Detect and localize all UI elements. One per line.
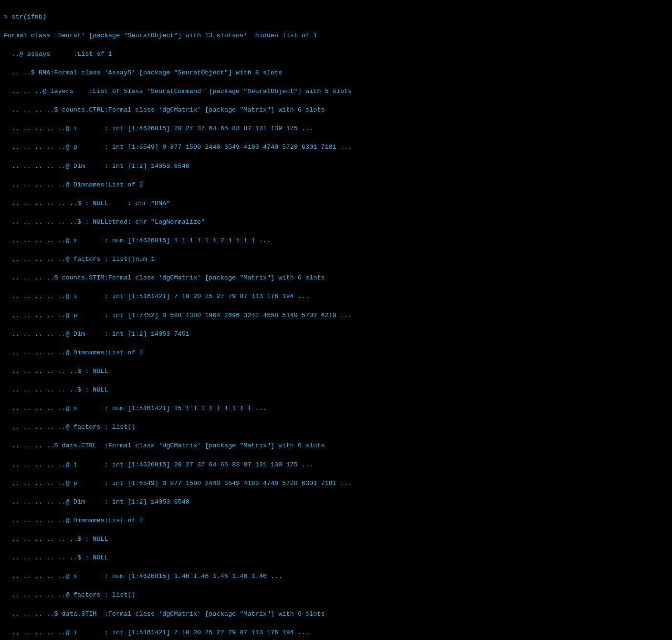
line-11: .. .. .. .. .. ..$ : NULL : chr "RNA" xyxy=(4,199,668,208)
line-26: .. .. .. .. ..@ p : int [1:6549] 0 877 1… xyxy=(4,479,668,488)
line-20: .. .. .. .. .. ..$ : NULL xyxy=(4,367,668,376)
line-17: .. .. .. .. ..@ p : int [1:7452] 0 588 1… xyxy=(4,311,668,320)
line-14: .. .. .. .. ..@ factors : list()num 1 xyxy=(4,255,668,264)
line-29: .. .. .. .. .. ..$ : NULL xyxy=(4,535,668,544)
line-6: .. .. .. ..$ counts.CTRL:Formal class 'd… xyxy=(4,105,668,115)
line-23: .. .. .. .. ..@ factors : list() xyxy=(4,423,668,432)
line-1: > str(ifnb) xyxy=(4,12,668,22)
line-33: .. .. .. ..$ data.STIM :Formal class 'dg… xyxy=(4,609,668,619)
line-21: .. .. .. .. .. ..$ : NULL xyxy=(4,385,668,395)
line-18: .. .. .. .. ..@ Dim : int [1:2] 14053 74… xyxy=(4,330,668,339)
line-5: .. .. ..@ layers :List of 5lass 'SeuratC… xyxy=(4,87,668,96)
line-34: .. .. .. .. ..@ i : int [1:5161421] 7 10… xyxy=(4,628,668,638)
line-31: .. .. .. .. ..@ x : num [1:4626015] 1.46… xyxy=(4,572,668,581)
line-25: .. .. .. .. ..@ i : int [1:4626015] 20 2… xyxy=(4,460,668,470)
line-9: .. .. .. .. ..@ Dim : int [1:2] 14053 65… xyxy=(4,162,668,171)
line-16: .. .. .. .. ..@ i : int [1:5161421] 7 10… xyxy=(4,292,668,301)
line-3: ..@ assays :List of 1 xyxy=(4,50,668,59)
line-10: .. .. .. .. ..@ Dimnames:List of 2 xyxy=(4,180,668,190)
line-15: .. .. .. ..$ counts.STIM:Formal class 'd… xyxy=(4,273,668,283)
line-27: .. .. .. .. ..@ Dim : int [1:2] 14053 65… xyxy=(4,497,668,507)
line-30: .. .. .. .. .. ..$ : NULL xyxy=(4,553,668,563)
line-19: .. .. .. .. ..@ Dimnames:List of 2 xyxy=(4,348,668,358)
line-24: .. .. .. ..$ data.CTRL :Formal class 'dg… xyxy=(4,441,668,451)
terminal-window: > str(ifnb) Formal class 'Seurat' [packa… xyxy=(4,3,668,640)
line-2: Formal class 'Seurat' [package "SeuratOb… xyxy=(4,31,668,41)
line-12: .. .. .. .. .. ..$ : NULLethod: chr "Log… xyxy=(4,217,668,227)
line-13: .. .. .. .. ..@ x : num [1:4626015] 1 1 … xyxy=(4,236,668,246)
line-8: .. .. .. .. ..@ p : int [1:6549] 0 877 1… xyxy=(4,143,668,152)
line-22: .. .. .. .. ..@ x : num [1:5161421] 15 1… xyxy=(4,404,668,413)
line-28: .. .. .. .. ..@ Dimnames:List of 2 xyxy=(4,516,668,526)
line-4: .. ..$ RNA:Formal class 'Assay5' [packag… xyxy=(4,68,668,78)
line-7: .. .. .. .. ..@ i : int [1:4626015] 20 2… xyxy=(4,124,668,134)
line-32: .. .. .. .. ..@ factors : list() xyxy=(4,590,668,600)
